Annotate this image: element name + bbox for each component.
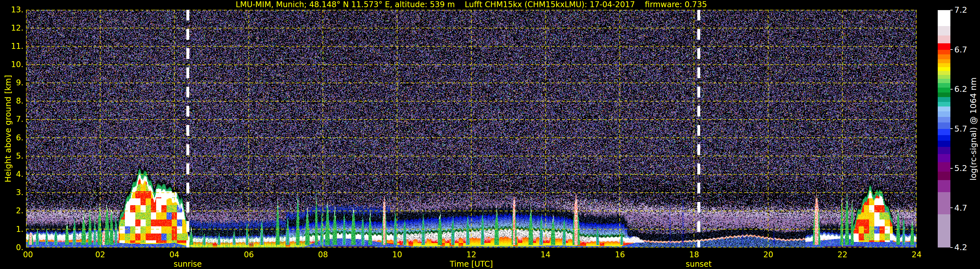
x-tick: 04 <box>163 250 186 259</box>
x-axis-label: Time [UTC] <box>442 259 501 269</box>
colorbar <box>938 10 950 248</box>
colorbar-tick: 7.2 <box>954 6 980 14</box>
y-tick: 13. <box>0 5 24 14</box>
x-tick: 24 <box>905 250 928 259</box>
colorbar-tick: 4.2 <box>954 243 980 252</box>
x-tick: 02 <box>89 250 111 259</box>
colorbar-tick-mark <box>950 168 953 169</box>
y-tick: 3. <box>0 188 24 197</box>
sunrise-label: sunrise <box>165 259 210 269</box>
colorbar-tick-mark <box>950 10 953 10</box>
x-tick: 16 <box>609 250 631 259</box>
x-tick: 18 <box>683 250 705 259</box>
y-tick: 2. <box>0 206 24 215</box>
backscatter-heatmap-canvas <box>26 10 916 248</box>
x-tick: 20 <box>757 250 780 259</box>
y-axis-label: Height above ground [km] <box>3 75 13 183</box>
y-tick: 12. <box>0 24 24 32</box>
x-tick: 14 <box>534 250 557 259</box>
colorbar-tick: 6.7 <box>954 45 980 54</box>
y-tick: 10. <box>0 60 24 69</box>
y-tick: 9. <box>0 78 24 87</box>
colorbar-tick: 4.7 <box>954 203 980 213</box>
colorbar-tick-mark <box>950 128 953 129</box>
x-tick: 08 <box>312 250 334 259</box>
x-tick: 06 <box>237 250 260 259</box>
x-tick: 00 <box>17 250 39 259</box>
page-title: LMU-MIM, Munich; 48.148° N 11.573° E, al… <box>0 0 943 9</box>
colorbar-tick-mark <box>950 89 953 90</box>
colorbar-label: log(rc-signal) @ 1064 nm <box>969 77 978 181</box>
x-tick: 12 <box>460 250 483 259</box>
y-tick: 7. <box>0 115 24 124</box>
y-tick: 5. <box>0 151 24 160</box>
y-tick: 1. <box>0 225 24 234</box>
colorbar-tick-mark <box>950 49 953 50</box>
x-tick: 22 <box>831 250 854 259</box>
y-tick: 8. <box>0 96 24 106</box>
ceilometer-quicklook: LMU-MIM, Munich; 48.148° N 11.573° E, al… <box>0 0 980 269</box>
sunset-label: sunset <box>676 259 721 269</box>
colorbar-tick-mark <box>950 247 953 248</box>
x-tick: 10 <box>386 250 409 259</box>
y-tick: 4. <box>0 170 24 179</box>
y-tick: 11. <box>0 42 24 51</box>
y-tick: 6. <box>0 133 24 143</box>
colorbar-tick-mark <box>950 207 953 208</box>
